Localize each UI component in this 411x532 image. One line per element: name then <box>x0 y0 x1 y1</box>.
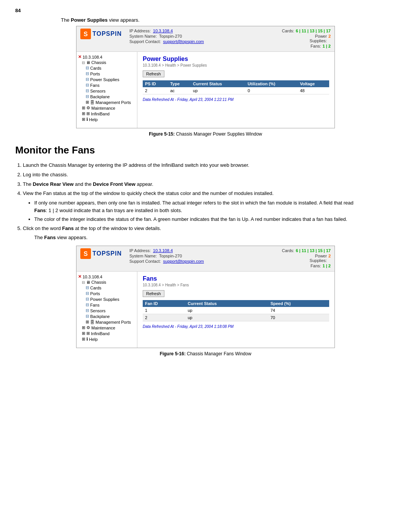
instruction-4: View the Fan status at the top of the wi… <box>23 190 396 223</box>
sidebar-icon-chassis-1: 🖥 <box>86 60 90 65</box>
sidebar-ip-2[interactable]: ✕ 10.3.108.4 <box>78 274 135 280</box>
browser-header-2: S TOPSPIN IP Address: 10.3.108.4 System … <box>76 246 335 272</box>
ip-value-2[interactable]: 10.3.108.4 <box>153 248 173 253</box>
sidebar-label-ib-1: InfiniBand <box>91 112 110 116</box>
support-value-2[interactable]: support@topspin.com <box>163 259 204 264</box>
device-rear-bold: Device Rear View <box>33 181 73 187</box>
sysname-value-1: Topspin-270 <box>159 34 182 38</box>
sysname-value-2: Topspin-270 <box>159 254 182 258</box>
header-stats-2: Cards: 6 | 11 | 13 | 15 | 17 PowerSuppli… <box>282 248 331 269</box>
fans-label-1: Fans: <box>311 44 321 48</box>
th-status-1: Current Status <box>191 80 245 87</box>
browser-body-1: ✕ 10.3.108.4 ⊟ 🖥 Chassis ⊟ Cards ⊟ Ports… <box>76 52 335 128</box>
breadcrumb-2: 10.3.108.4 > Health > Fans <box>143 283 329 287</box>
browser-window-1: S TOPSPIN IP Address: 10.3.108.4 System … <box>76 26 335 128</box>
sidebar-label-ports-2: Ports <box>90 291 100 296</box>
expand-icon-help-2: ⊞ <box>82 337 85 342</box>
sidebar-label-fans-2: Fans <box>90 303 99 307</box>
power-value-2: 2 <box>328 254 331 263</box>
instruction-3-text: The Device Rear View and the Device Fron… <box>23 181 153 187</box>
sidebar-ip-label-1: 10.3.108.4 <box>83 55 102 59</box>
sidebar-cards-2[interactable]: ⊟ Cards <box>78 285 135 291</box>
sidebar-ports-1[interactable]: ⊟ Ports <box>78 71 135 77</box>
leaf-icon-backplane-1: ⊟ <box>86 94 89 99</box>
svg-text:S: S <box>84 251 88 257</box>
sysname-label-1: System Name: <box>129 34 157 38</box>
sidebar-mgmt-1[interactable]: ⊞ 🗄 Management Ports <box>78 99 135 105</box>
fans-view-text: The Fans view appears. <box>34 234 396 242</box>
sidebar-fans-2[interactable]: ⊟ Fans <box>78 302 135 308</box>
topspin-logo-icon-1: S <box>80 29 91 39</box>
refresh-button-1[interactable]: Refresh <box>143 70 164 77</box>
td-fanstatus-2: up <box>185 314 268 321</box>
sidebar-backplane-1[interactable]: ⊟ Backplane <box>78 94 135 99</box>
data-refreshed-2: Data Refreshed At - Friday, April 23, 20… <box>143 324 329 329</box>
sidebar-infiniband-1[interactable]: ⊞ ⊞ InfiniBand <box>78 111 135 117</box>
expand-icon-ib-1: ⊞ <box>82 111 85 116</box>
sidebar-sensors-2[interactable]: ⊟ Sensors <box>78 308 135 313</box>
sidebar-sensors-1[interactable]: ⊟ Sensors <box>78 88 135 94</box>
instruction-4-text: View the Fan status at the top of the wi… <box>23 190 274 196</box>
main-content-1: Power Supplies 10.3.108.4 > Health > Pow… <box>137 52 335 128</box>
bullet-2: The color of the integer indicates the s… <box>34 216 396 223</box>
fans-bold-2: Fans <box>62 225 73 231</box>
sidebar-fans-1[interactable]: ⊟ Fans <box>78 82 135 88</box>
leaf-icon-ps-2: ⊟ <box>86 297 89 302</box>
sidebar-label-chassis-2: Chassis <box>91 280 106 284</box>
sidebar-powersupplies-2[interactable]: ⊟ Power Supplies <box>78 296 135 302</box>
leaf-icon-backplane-2: ⊟ <box>86 314 89 319</box>
fans-value-2: 1 | 2 <box>323 264 331 268</box>
sidebar-mgmt-2[interactable]: ⊞ 🗄 Management Ports <box>78 319 135 325</box>
sidebar-chassis-1[interactable]: ⊟ 🖥 Chassis <box>78 60 135 65</box>
browser-header-1: S TOPSPIN IP Address: 10.3.108.4 System … <box>76 26 335 52</box>
leaf-icon-sensors-1: ⊟ <box>86 88 89 93</box>
mgmt-icon-2: 🗄 <box>90 320 94 324</box>
sidebar-maintenance-2[interactable]: ⊞ ⚙ Maintenance <box>78 325 135 331</box>
sidebar-chassis-2[interactable]: ⊟ 🖥 Chassis <box>78 280 135 285</box>
ip-value-1[interactable]: 10.3.108.4 <box>153 29 173 33</box>
sidebar-ip-1[interactable]: ✕ 10.3.108.4 <box>78 54 135 60</box>
section-title-1: Power Supplies <box>143 56 329 62</box>
sidebar-label-ports-1: Ports <box>90 72 100 76</box>
td-fanstatus-1: up <box>185 307 268 314</box>
leaf-icon-ports-1: ⊟ <box>86 71 89 76</box>
sidebar-label-ps-1: Power Supplies <box>90 77 119 82</box>
intro-text: The Power Supplies view appears. <box>61 17 396 23</box>
td-speed-1: 74 <box>268 307 329 314</box>
cards-value-2: 6 | 11 | 13 | 15 | 17 <box>296 248 331 253</box>
topspin-logo-2: S TOPSPIN <box>80 248 122 259</box>
sidebar-label-cards-1: Cards <box>90 66 101 70</box>
sidebar-1: ✕ 10.3.108.4 ⊟ 🖥 Chassis ⊟ Cards ⊟ Ports… <box>76 52 137 128</box>
topspin-logo-1: S TOPSPIN <box>80 29 122 39</box>
sidebar-label-ib-2: InfiniBand <box>91 331 110 336</box>
th-speed-2: Speed (%) <box>268 300 329 307</box>
sidebar-cards-1[interactable]: ⊟ Cards <box>78 65 135 71</box>
sidebar-ports-2[interactable]: ⊟ Ports <box>78 291 135 296</box>
expand-icon-chassis-1: ⊟ <box>82 61 85 65</box>
sidebar-maintenance-1[interactable]: ⊞ ⚙ Maintenance <box>78 105 135 111</box>
sidebar-infiniband-2[interactable]: ⊞ ⊞ InfiniBand <box>78 331 135 336</box>
expand-icon-maint-1: ⊞ <box>82 105 85 110</box>
expand-icon-mgmt-2: ⊞ <box>86 320 89 324</box>
leaf-icon-fans-2: ⊟ <box>86 302 89 307</box>
cards-label-2: Cards: <box>282 248 294 253</box>
instruction-1-text: Launch the Chassis Manager by entering t… <box>23 162 249 168</box>
header-stats-1: Cards: 6 | 11 | 13 | 15 | 17 PowerSuppli… <box>282 29 331 49</box>
ib-icon-2: ⊞ <box>86 331 90 336</box>
th-type-1: Type <box>168 80 191 87</box>
leaf-icon-ports-2: ⊟ <box>86 291 89 296</box>
sidebar-help-2[interactable]: ⊞ ℹ Help <box>78 336 135 342</box>
instruction-2: Log into the chassis. <box>23 171 396 179</box>
sidebar-label-mgmt-2: Management Ports <box>96 320 131 324</box>
sidebar-help-1[interactable]: ⊞ ℹ Help <box>78 117 135 122</box>
device-front-bold: Device Front View <box>93 181 135 187</box>
sidebar-2: ✕ 10.3.108.4 ⊟ 🖥 Chassis ⊟ Cards ⊟ Ports… <box>76 272 137 348</box>
figure-caption-2: Figure 5-16: Chassis Manager Fans Window <box>15 351 396 356</box>
support-value-1[interactable]: support@topspin.com <box>163 39 204 44</box>
header-info-2: IP Address: 10.3.108.4 System Name: Tops… <box>122 248 282 264</box>
td-fanid-2: 2 <box>143 314 185 321</box>
refresh-button-2[interactable]: Refresh <box>143 290 164 297</box>
instruction-3: The Device Rear View and the Device Fron… <box>23 181 396 189</box>
sidebar-backplane-2[interactable]: ⊟ Backplane <box>78 313 135 319</box>
sidebar-powersupplies-1[interactable]: ⊟ Power Supplies <box>78 77 135 82</box>
